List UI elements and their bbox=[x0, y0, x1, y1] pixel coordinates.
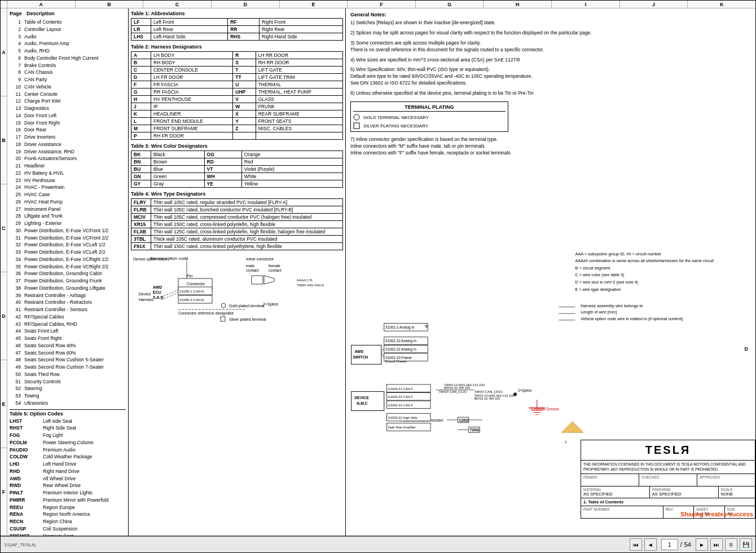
svg-text:Length of wire [mm]: Length of wire [mm] bbox=[581, 309, 617, 315]
color-right-code: RD bbox=[204, 158, 241, 166]
harness-designator-row: GRR FASCIAUHPTHERMAL, HEAT PUMP bbox=[131, 89, 343, 96]
toc-num: 19 bbox=[10, 148, 21, 156]
wire-type-row: FLXBThin wall 125C rated, cross-linked p… bbox=[131, 228, 343, 236]
abbrev-left-code: LHS bbox=[131, 33, 151, 41]
svg-marker-90 bbox=[561, 422, 583, 432]
toc-item: 17Drive Inverters bbox=[10, 134, 126, 141]
general-note-item: 4) Wire sizes are specified in mm^2 cros… bbox=[350, 57, 751, 64]
color-right-desc: Red bbox=[241, 158, 342, 166]
option-desc: Right Side Seat bbox=[43, 424, 126, 432]
first-page-button[interactable]: ⏮ bbox=[630, 538, 642, 551]
col-h: H bbox=[484, 1, 552, 8]
next-page-button[interactable]: ► bbox=[696, 538, 708, 551]
color-right-desc: Violet (Purple) bbox=[241, 166, 342, 173]
color-right-desc: White bbox=[241, 173, 342, 180]
color-designator-row: BKBlackOGOrange bbox=[131, 151, 343, 158]
toc-item: 33Power Distribution, E-Fuse VCLeft 2/2 bbox=[10, 249, 126, 256]
harness-right-code bbox=[233, 132, 256, 140]
option-code-item: RHSTRight Side Seat bbox=[10, 424, 126, 432]
option-code: PCOLM bbox=[10, 439, 41, 446]
approved-cell: APPROVED bbox=[697, 474, 755, 486]
last-page-button[interactable]: ⏭ bbox=[710, 538, 723, 551]
wire-type-row: 3TBLThick wall 105C rated, aluminum cond… bbox=[131, 236, 343, 243]
pin-label: Pin bbox=[187, 274, 192, 278]
svg-rect-21 bbox=[221, 317, 225, 321]
harness-right-desc: FRUNK bbox=[256, 103, 342, 110]
toc-num: 9 bbox=[10, 76, 21, 83]
toc-item: 18Driver Assistance bbox=[10, 141, 126, 148]
option-desc: Right Hand Drive bbox=[43, 468, 126, 475]
silver-terminal-row: SILVER PLATING NECESSARY bbox=[353, 122, 506, 129]
material-cell: MATERIAL AS SPECIFIED bbox=[581, 486, 650, 498]
harness-left-code: C bbox=[131, 67, 151, 74]
toc-num: 35 bbox=[10, 263, 21, 271]
svg-text:N,M,C: N,M,C bbox=[357, 401, 367, 406]
harness-designator-row: PRH FR DOOR bbox=[131, 132, 343, 140]
option-code: AWD bbox=[10, 475, 41, 483]
toc-items: 1Table of Contents2Controller Layout3Aud… bbox=[10, 19, 126, 407]
toc-item: 26HVAC Heat Pump bbox=[10, 198, 126, 206]
harness-left-code: F bbox=[131, 81, 151, 89]
toc-num: 23 bbox=[10, 177, 21, 184]
toc-desc: Driver Assistance, RHD bbox=[24, 148, 126, 156]
toc-desc: Restraint Controller - Sensors bbox=[24, 306, 126, 313]
toc-num: 36 bbox=[10, 270, 21, 277]
toc-desc: Body Controller Front High Current bbox=[24, 55, 126, 62]
svg-line-50 bbox=[381, 353, 384, 357]
page-separator: / bbox=[680, 541, 682, 548]
option-code: LHD bbox=[10, 461, 41, 468]
toc-item: 37Power Distribution, Grounding Frunk bbox=[10, 277, 126, 285]
col-e: E bbox=[280, 1, 348, 8]
toc-num: 20 bbox=[10, 155, 21, 162]
page-total: 54 bbox=[684, 541, 691, 548]
connector-label: Connector bbox=[187, 282, 205, 286]
option-desc: Power Steering Column bbox=[43, 439, 126, 446]
wire-type-desc: Thin wall 150C rated, cross-linked polye… bbox=[151, 243, 343, 250]
option-code: PREMST bbox=[10, 533, 41, 536]
toc-num: 52 bbox=[10, 385, 21, 392]
harness-designator-row: DLH FR DOORTTLIFT GATE TRIM bbox=[131, 74, 343, 81]
page-number-input[interactable]: 1 bbox=[661, 539, 678, 550]
approved-label: APPROVED bbox=[700, 475, 753, 479]
general-notes-title: General Notes: bbox=[350, 12, 751, 17]
middle-panel: Table 1: Abbreviations LFLeft FrontRFRig… bbox=[129, 8, 346, 536]
toc-num: 50 bbox=[10, 371, 21, 378]
toc-num: 38 bbox=[10, 285, 21, 292]
toc-num: 2 bbox=[10, 26, 21, 33]
tesla-logo: TESLЯ bbox=[645, 444, 691, 456]
harness-designator-row: MFRONT SUBFRAMEZMISC. CABLES bbox=[131, 125, 343, 132]
wire-type-desc: Thin wall 105C rated, regular stranded P… bbox=[151, 199, 343, 206]
svg-text:High-Side Amplifier: High-Side Amplifier bbox=[388, 426, 416, 429]
save-button[interactable]: 💾 bbox=[740, 538, 752, 551]
side-label-b: B bbox=[1, 96, 7, 184]
wire-type-desc: Thick wall 105C rated, aluminum conducto… bbox=[151, 236, 343, 243]
toc-desc: Seats Second Row 60% bbox=[24, 350, 126, 357]
color-left-code: BU bbox=[131, 166, 151, 173]
toc-item: 12Charge Port Inlet bbox=[10, 98, 126, 105]
title-drawn-row: DRAWN CHECKED APPROVED bbox=[581, 474, 755, 486]
option-code: RHD bbox=[10, 468, 41, 475]
abbrev-right-code: RHS bbox=[228, 33, 260, 41]
toc-desc: Audio bbox=[24, 33, 126, 41]
svg-marker-13 bbox=[252, 276, 263, 284]
svg-rect-25 bbox=[354, 123, 359, 129]
harness-right-desc: FRONT SEATS bbox=[256, 118, 342, 125]
svg-text:contact: contact bbox=[269, 268, 282, 272]
toc-desc: Table of Contents bbox=[24, 19, 126, 26]
wire-type-row: FLRYThin wall 105C rated, regular strand… bbox=[131, 199, 343, 206]
prev-page-button[interactable]: ◄ bbox=[644, 538, 657, 551]
abbreviation-row: LRLeft RearRRRight Rear bbox=[131, 26, 343, 33]
svg-text:Harness assembly wire belongs : Harness assembly wire belongs to bbox=[581, 303, 643, 308]
wire-type-table: FLRYThin wall 105C rated, regular strand… bbox=[131, 198, 343, 250]
col-a: A bbox=[7, 1, 76, 8]
toc-item: 42RF/Special Cables bbox=[10, 313, 126, 321]
wire-type-desc: Thin wall 125C rated, cross-linked polyo… bbox=[151, 228, 343, 236]
option-code: RECN bbox=[10, 518, 41, 525]
toc-num: 18 bbox=[10, 141, 21, 148]
abbrev-left-desc: Left Front bbox=[151, 19, 228, 26]
toc-num: 22 bbox=[10, 170, 21, 177]
copy-button[interactable]: ⎘ bbox=[725, 538, 737, 551]
device-label: Device bbox=[139, 292, 151, 296]
toc-item: 27Instrument Panel bbox=[10, 206, 126, 213]
svg-line-2 bbox=[161, 290, 178, 297]
